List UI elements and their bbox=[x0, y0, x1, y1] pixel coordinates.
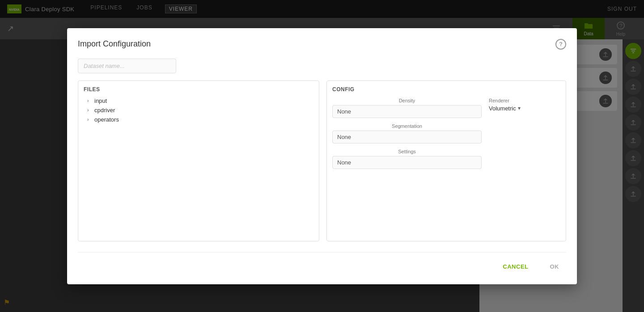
segmentation-label: Segmentation bbox=[332, 123, 482, 129]
segmentation-field-group: Segmentation None bbox=[332, 123, 482, 143]
dataset-name-input[interactable] bbox=[78, 59, 176, 73]
config-panel-title: Config bbox=[332, 86, 560, 93]
chevron-cpdriver-icon: › bbox=[87, 108, 93, 113]
density-field-group: Density None bbox=[332, 98, 482, 118]
ok-button[interactable]: OK bbox=[543, 260, 567, 274]
modal-title: Import Configuration bbox=[78, 39, 151, 49]
renderer-dropdown-arrow-icon: ▾ bbox=[518, 105, 521, 111]
tree-item-input-label: input bbox=[94, 97, 107, 104]
chevron-operators-icon: › bbox=[87, 117, 93, 122]
segmentation-value[interactable]: None bbox=[332, 131, 482, 143]
import-config-modal: Import Configuration ? Files › input › c… bbox=[67, 28, 577, 284]
settings-label: Settings bbox=[332, 149, 482, 154]
files-panel-title: Files bbox=[84, 86, 314, 93]
modal-body: Files › input › cpdriver › operators Con… bbox=[78, 80, 566, 241]
cancel-button[interactable]: CANCEL bbox=[496, 260, 535, 274]
config-panel: Config Density None Segmentation None bbox=[326, 80, 566, 241]
modal-footer: CANCEL OK bbox=[78, 252, 566, 274]
tree-item-operators[interactable]: › operators bbox=[84, 115, 314, 124]
tree-item-cpdriver[interactable]: › cpdriver bbox=[84, 105, 314, 115]
tree-item-input[interactable]: › input bbox=[84, 96, 314, 105]
settings-value[interactable]: None bbox=[332, 156, 482, 169]
renderer-select[interactable]: Volumetric ▾ bbox=[489, 105, 560, 112]
files-panel: Files › input › cpdriver › operators bbox=[78, 80, 319, 241]
tree-item-cpdriver-label: cpdriver bbox=[94, 107, 115, 114]
settings-field-group: Settings None bbox=[332, 149, 482, 169]
renderer-label: Renderer bbox=[489, 98, 560, 103]
modal-help-icon[interactable]: ? bbox=[555, 39, 566, 50]
tree-item-operators-label: operators bbox=[94, 116, 119, 123]
modal-backdrop: Import Configuration ? Files › input › c… bbox=[0, 0, 644, 312]
density-value[interactable]: None bbox=[332, 105, 482, 118]
renderer-value: Volumetric bbox=[489, 105, 516, 112]
modal-title-row: Import Configuration ? bbox=[78, 39, 566, 50]
renderer-section: Renderer Volumetric ▾ bbox=[489, 98, 560, 112]
density-label: Density bbox=[332, 98, 482, 103]
chevron-input-icon: › bbox=[87, 98, 93, 103]
